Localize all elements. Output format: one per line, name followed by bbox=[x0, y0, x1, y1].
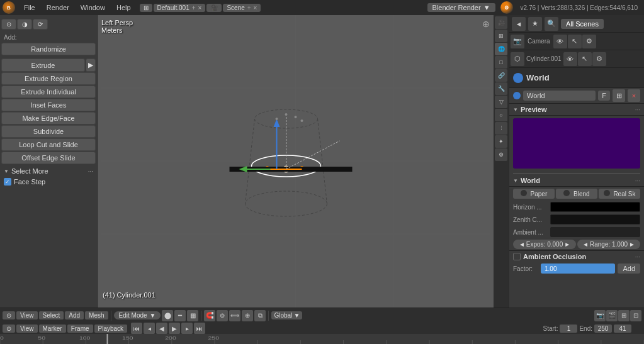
vbb-icon-btn[interactable]: ⊙ bbox=[3, 311, 15, 319]
select-more-header[interactable]: ▼ Select More ··· bbox=[1, 165, 96, 176]
vbb-face-mode[interactable]: ▦ bbox=[187, 310, 198, 321]
expos-pill[interactable]: ◄ Expos: 0.000 ► bbox=[513, 240, 576, 249]
view-icon-btn[interactable]: ⊙ bbox=[1, 19, 16, 30]
world-f-btn[interactable]: F bbox=[598, 91, 610, 101]
tl-marker-btn[interactable]: Marker bbox=[39, 325, 66, 333]
vbb-overlay-icon[interactable]: ⊕ bbox=[242, 310, 253, 321]
props-icon-cursor[interactable]: ↖ bbox=[568, 35, 582, 48]
current-frame[interactable]: 41 bbox=[614, 325, 631, 333]
menu-render[interactable]: Render bbox=[42, 3, 74, 13]
menu-window[interactable]: Window bbox=[76, 3, 110, 13]
tl-playback-btn[interactable]: Playback bbox=[94, 325, 128, 333]
props-tab-data[interactable]: ▽ bbox=[495, 96, 507, 108]
props-tab-material[interactable]: ○ bbox=[495, 109, 507, 121]
timeline-track[interactable]: 0 50 100 150 200 250 bbox=[0, 334, 644, 344]
layout-icon[interactable]: ⊞ bbox=[140, 4, 152, 12]
props-tab-constraints[interactable]: 🔗 bbox=[495, 69, 507, 82]
ao-add-btn[interactable]: Add bbox=[618, 264, 640, 274]
face-step-checkbox[interactable]: ✓ bbox=[4, 178, 11, 186]
range-pill[interactable]: ◄ Range: 1.000 ► bbox=[577, 240, 640, 249]
vbb-grid-icon[interactable]: ⊞ bbox=[618, 310, 630, 321]
extrude-individual-btn[interactable]: Extrude Individual bbox=[1, 86, 96, 98]
props-tab-object[interactable]: □ bbox=[495, 56, 507, 69]
vbb-render-icon[interactable]: 🎬 bbox=[606, 310, 618, 321]
props-icon-eye[interactable]: 👁 bbox=[553, 35, 567, 48]
vbb-vertex-mode[interactable]: ⬤ bbox=[162, 310, 173, 321]
tl-frame-btn[interactable]: Frame bbox=[67, 325, 93, 333]
props-icon-camera[interactable]: 📷 bbox=[511, 35, 524, 48]
vbb-view-btn[interactable]: View bbox=[16, 311, 38, 319]
horizon-color-swatch[interactable] bbox=[550, 202, 640, 212]
vbb-camera-icon[interactable]: 📷 bbox=[594, 310, 606, 321]
tl-icon[interactable]: ⊙ bbox=[3, 325, 15, 333]
randomize-btn[interactable]: Randomize bbox=[1, 43, 96, 55]
scene-add-btn[interactable]: + bbox=[247, 4, 251, 11]
props-tab-particles[interactable]: ✦ bbox=[495, 135, 507, 148]
layout-add-btn[interactable]: + bbox=[192, 4, 196, 11]
vbb-edge-mode[interactable]: ━ bbox=[174, 310, 186, 321]
world-section-header[interactable]: ▼ World ··· bbox=[509, 175, 644, 187]
menu-help[interactable]: Help bbox=[111, 3, 136, 13]
props-icon-settings[interactable]: ⚙ bbox=[582, 35, 596, 48]
props-nav-browse[interactable]: ★ bbox=[528, 17, 542, 31]
blend-btn[interactable]: Blend bbox=[556, 189, 597, 199]
vbb-proportional-icon[interactable]: ⊚ bbox=[217, 310, 228, 321]
orient-icon-btn[interactable]: ⟳ bbox=[33, 19, 48, 30]
vbb-mode-pill[interactable]: Edit Mode ▼ bbox=[114, 311, 161, 319]
paper-btn[interactable]: Paper bbox=[513, 189, 555, 199]
tl-prev-frame-btn[interactable]: ◂ bbox=[144, 323, 155, 334]
scene-close-btn[interactable]: × bbox=[254, 4, 257, 11]
vbb-occlude-icon[interactable]: ⧉ bbox=[254, 310, 266, 321]
extrude-arrow[interactable]: ▶ bbox=[86, 58, 96, 72]
factor-slider[interactable]: 1.00 bbox=[541, 264, 615, 274]
extrude-region-btn[interactable]: Extrude Region bbox=[1, 72, 96, 85]
props-icon-cylinder[interactable]: ⬡ bbox=[511, 52, 524, 66]
world-selector-dropdown[interactable]: World bbox=[523, 91, 596, 101]
default-layout-pill[interactable]: Default.001 + × bbox=[154, 4, 206, 12]
vbb-fullscreen-icon[interactable]: ⊡ bbox=[630, 310, 641, 321]
tl-play-btn[interactable]: ▶ bbox=[169, 323, 180, 334]
end-value[interactable]: 250 bbox=[594, 325, 612, 333]
props-icon-eye2[interactable]: 👁 bbox=[563, 52, 577, 66]
props-tab-physics[interactable]: ⚙ bbox=[495, 148, 507, 161]
menu-file[interactable]: File bbox=[19, 3, 40, 13]
real-sk-btn[interactable]: Real Sk bbox=[599, 189, 640, 199]
vbb-mirror-icon[interactable]: ⟺ bbox=[229, 310, 240, 321]
tl-next-frame-btn[interactable]: ▸ bbox=[181, 323, 193, 334]
vbb-select-btn[interactable]: Select bbox=[39, 311, 64, 319]
vbb-snap-icon[interactable]: 🧲 bbox=[204, 310, 215, 321]
scene-pill[interactable]: Scene + × bbox=[223, 4, 261, 12]
make-edge-face-btn[interactable]: Make Edge/Face bbox=[1, 112, 96, 125]
ambient-color-swatch[interactable] bbox=[550, 227, 640, 237]
props-tab-render[interactable]: 🎥 bbox=[495, 16, 507, 29]
inset-faces-btn[interactable]: Inset Faces bbox=[1, 99, 96, 111]
vbb-add-btn[interactable]: Add bbox=[65, 311, 84, 319]
zenith-color-swatch[interactable] bbox=[550, 214, 640, 225]
layout-close-btn[interactable]: × bbox=[198, 4, 202, 11]
loop-cut-btn[interactable]: Loop Cut and Slide bbox=[1, 138, 96, 151]
start-value[interactable]: 1 bbox=[560, 325, 577, 333]
tl-skip-start-btn[interactable]: ⏮ bbox=[131, 323, 142, 334]
ao-checkbox[interactable] bbox=[513, 253, 521, 260]
shade-icon-btn[interactable]: ◑ bbox=[17, 19, 32, 30]
scene-icon-btn[interactable]: 🎥 bbox=[206, 4, 222, 12]
subdivide-btn[interactable]: Subdivide bbox=[1, 125, 96, 138]
preview-section-header[interactable]: ▼ Preview ··· bbox=[509, 104, 644, 116]
props-icon-cursor2[interactable]: ↖ bbox=[578, 52, 592, 66]
tl-play-rev-btn[interactable]: ◀ bbox=[156, 323, 167, 334]
props-tab-all-scenes[interactable]: All Scenes bbox=[561, 19, 604, 29]
props-tab-scene[interactable]: ⊞ bbox=[495, 30, 507, 42]
world-close-btn[interactable]: × bbox=[628, 89, 640, 102]
vbb-global-select[interactable]: Global ▼ bbox=[271, 311, 302, 319]
viewport[interactable]: Left Persp Meters (41) Cylinder.001 ⊕ bbox=[98, 15, 494, 308]
tl-skip-end-btn[interactable]: ⏭ bbox=[194, 323, 205, 334]
offset-edge-btn[interactable]: Offset Edge Slide bbox=[1, 152, 96, 164]
world-settings-icon[interactable]: ⊞ bbox=[613, 89, 625, 102]
viewport-expand-btn[interactable]: ⊕ bbox=[482, 19, 490, 29]
render-engine-pill[interactable]: Blender Render ▼ bbox=[427, 3, 495, 12]
props-tab-texture[interactable]: ⋮ bbox=[495, 122, 507, 135]
props-nav-search[interactable]: 🔍 bbox=[545, 17, 558, 31]
props-tab-world[interactable]: 🌐 bbox=[495, 43, 507, 55]
vbb-mesh-btn[interactable]: Mesh bbox=[85, 311, 108, 319]
props-nav-back[interactable]: ◄ bbox=[512, 17, 526, 31]
